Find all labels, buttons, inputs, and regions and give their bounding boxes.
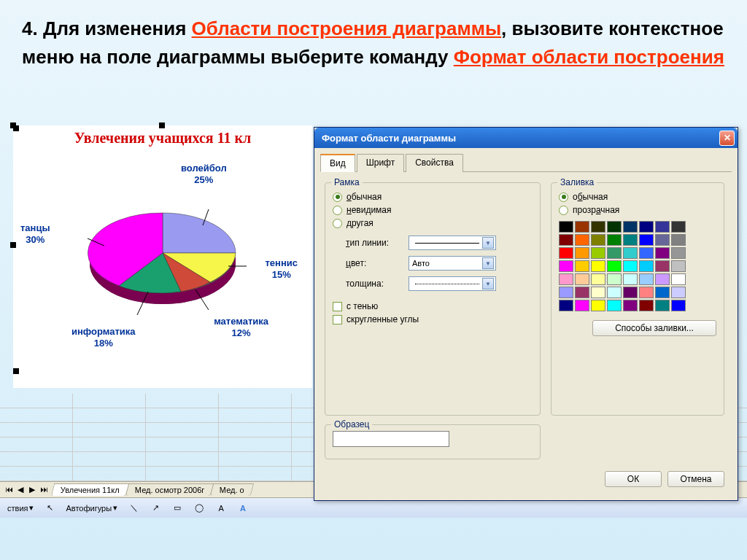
check-rounded[interactable]: скругленные углы bbox=[333, 314, 533, 324]
color-swatch[interactable] bbox=[591, 234, 605, 246]
oval-tool[interactable]: ◯ bbox=[190, 501, 208, 516]
arrow-tool[interactable]: ↗ bbox=[147, 501, 164, 516]
color-swatch[interactable] bbox=[607, 260, 622, 272]
color-swatch[interactable] bbox=[559, 300, 573, 311]
color-swatch[interactable] bbox=[623, 260, 638, 272]
chart-title: Увлечения учащихся 11 кл bbox=[13, 125, 312, 149]
sample-preview bbox=[333, 431, 449, 447]
color-swatch[interactable] bbox=[639, 287, 654, 298]
color-swatch[interactable] bbox=[639, 247, 654, 259]
color-swatch[interactable] bbox=[671, 287, 686, 298]
color-swatch[interactable] bbox=[655, 287, 670, 298]
color-combo[interactable]: Авто ▼ bbox=[409, 256, 496, 271]
color-swatch[interactable] bbox=[671, 221, 686, 233]
autoshapes-menu[interactable]: Автофигуры ▾ bbox=[63, 502, 120, 514]
color-swatch[interactable] bbox=[639, 300, 654, 311]
color-swatch[interactable] bbox=[559, 221, 573, 233]
tab-nav-first[interactable]: ⏮ bbox=[3, 485, 15, 494]
color-swatch[interactable] bbox=[607, 300, 622, 311]
radio-frame-other[interactable]: другая bbox=[333, 218, 533, 228]
ok-button[interactable]: ОК bbox=[605, 471, 662, 487]
color-swatch[interactable] bbox=[655, 221, 670, 233]
tab-view[interactable]: Вид bbox=[320, 154, 355, 172]
close-icon: ✕ bbox=[724, 133, 731, 143]
color-swatch[interactable] bbox=[671, 247, 686, 259]
color-swatch[interactable] bbox=[559, 287, 573, 298]
sheet-tab-2[interactable]: Мед. осмотр 2006г bbox=[125, 483, 214, 496]
wordart-tool[interactable]: A bbox=[234, 501, 252, 516]
color-swatch[interactable] bbox=[655, 260, 670, 272]
color-swatch[interactable] bbox=[575, 221, 589, 233]
color-swatch[interactable] bbox=[623, 247, 638, 259]
close-button[interactable]: ✕ bbox=[719, 131, 735, 146]
color-swatch[interactable] bbox=[591, 287, 605, 298]
color-swatch[interactable] bbox=[559, 260, 573, 272]
chevron-down-icon: ▼ bbox=[482, 278, 494, 289]
check-shadow[interactable]: с тенью bbox=[333, 301, 533, 311]
color-swatch[interactable] bbox=[559, 273, 573, 285]
color-swatch[interactable] bbox=[607, 287, 622, 298]
color-swatch[interactable] bbox=[639, 273, 654, 285]
color-swatch[interactable] bbox=[639, 260, 654, 272]
color-swatch[interactable] bbox=[575, 300, 589, 311]
pie-chart bbox=[79, 187, 247, 326]
color-swatch[interactable] bbox=[575, 247, 589, 259]
tab-nav-next[interactable]: ▶ bbox=[26, 485, 38, 494]
label-tennis: теннис15% bbox=[265, 257, 298, 280]
color-swatch[interactable] bbox=[575, 287, 589, 298]
actions-menu[interactable]: ствия ▾ bbox=[4, 502, 36, 514]
line-type-combo[interactable]: ▼ bbox=[409, 236, 496, 250]
color-swatch[interactable] bbox=[607, 247, 622, 259]
select-tool[interactable]: ↖ bbox=[41, 501, 58, 516]
arrow-line-icon: ↗ bbox=[150, 502, 161, 514]
radio-fill-transparent[interactable]: прозрачная bbox=[559, 205, 716, 215]
color-swatch[interactable] bbox=[623, 273, 638, 285]
rect-tool[interactable]: ▭ bbox=[169, 501, 186, 516]
color-swatch[interactable] bbox=[655, 234, 670, 246]
color-swatch[interactable] bbox=[623, 287, 638, 298]
radio-frame-normal[interactable]: обычная bbox=[333, 192, 533, 202]
label-dance: танцы30% bbox=[20, 222, 50, 245]
color-swatch[interactable] bbox=[591, 247, 605, 259]
color-swatch[interactable] bbox=[639, 234, 654, 246]
color-swatch[interactable] bbox=[623, 300, 638, 311]
tab-font[interactable]: Шрифт bbox=[357, 154, 404, 172]
tab-nav-prev[interactable]: ◀ bbox=[15, 485, 26, 494]
color-swatch[interactable] bbox=[671, 260, 686, 272]
color-swatch[interactable] bbox=[623, 221, 638, 233]
color-swatch[interactable] bbox=[607, 234, 622, 246]
color-swatch[interactable] bbox=[607, 221, 622, 233]
color-swatch[interactable] bbox=[575, 273, 589, 285]
textbox-tool[interactable]: A bbox=[212, 501, 230, 516]
radio-fill-normal[interactable]: обычная bbox=[559, 192, 716, 202]
weight-combo[interactable]: ▼ bbox=[409, 276, 496, 291]
cancel-button[interactable]: Отмена bbox=[667, 471, 724, 487]
chart-object[interactable]: Увлечения учащихся 11 кл волейбол25% тен… bbox=[13, 125, 312, 388]
color-swatch[interactable] bbox=[559, 247, 573, 259]
tab-nav-last[interactable]: ⏭ bbox=[38, 485, 50, 494]
color-swatch[interactable] bbox=[671, 300, 686, 311]
tab-props[interactable]: Свойства bbox=[406, 154, 463, 172]
radio-frame-invisible[interactable]: невидимая bbox=[333, 205, 533, 215]
color-swatch[interactable] bbox=[591, 273, 605, 285]
color-swatch[interactable] bbox=[671, 273, 686, 285]
color-swatch[interactable] bbox=[623, 234, 638, 246]
color-swatch[interactable] bbox=[671, 234, 686, 246]
color-swatch[interactable] bbox=[575, 260, 589, 272]
color-swatch[interactable] bbox=[655, 300, 670, 311]
line-icon: ＼ bbox=[128, 502, 139, 514]
color-swatch[interactable] bbox=[591, 221, 605, 233]
color-swatch[interactable] bbox=[655, 247, 670, 259]
color-swatch[interactable] bbox=[559, 234, 573, 246]
color-swatch[interactable] bbox=[591, 300, 605, 311]
fill-effects-button[interactable]: Способы заливки... bbox=[592, 320, 716, 336]
sheet-tab-1[interactable]: Увлечения 11кл bbox=[51, 483, 129, 496]
dialog-titlebar[interactable]: Формат области диаграммы ✕ bbox=[314, 128, 738, 148]
color-swatch[interactable] bbox=[591, 260, 605, 272]
color-swatch[interactable] bbox=[639, 221, 654, 233]
color-swatch[interactable] bbox=[655, 273, 670, 285]
color-swatch[interactable] bbox=[575, 234, 589, 246]
color-swatch[interactable] bbox=[607, 273, 622, 285]
line-tool[interactable]: ＼ bbox=[125, 501, 142, 516]
sheet-tab-3[interactable]: Мед. о bbox=[210, 483, 254, 496]
